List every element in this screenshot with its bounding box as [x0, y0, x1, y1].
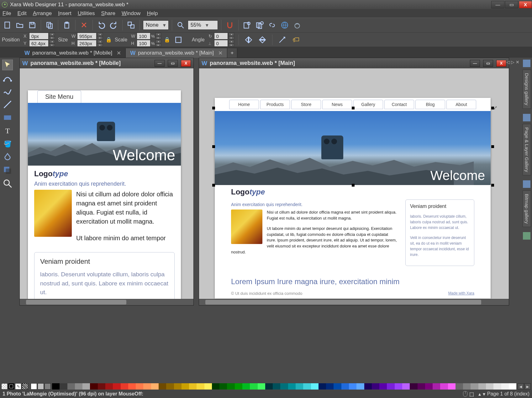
lock-scale-button[interactable]: 🔒 — [164, 34, 170, 46]
palette-swatch[interactable] — [121, 383, 128, 390]
palette-swatch[interactable] — [448, 383, 456, 390]
live-drag-icon[interactable]: ⬚ — [469, 391, 474, 397]
palette-swatch[interactable] — [82, 383, 90, 390]
skew-field[interactable]: 0 — [214, 40, 228, 47]
canvas-main[interactable]: Home Products Store News Gallery Contact… — [199, 68, 509, 299]
lock-aspect-button[interactable]: 🔒 — [106, 34, 112, 46]
delete-button[interactable]: ✕ — [79, 20, 89, 30]
freehand-tool[interactable] — [2, 86, 13, 97]
palette-swatch[interactable] — [501, 383, 509, 390]
canvas-mobile[interactable]: Site Menu Welcome Logotype Anim exercita… — [20, 68, 193, 299]
selection-handle[interactable] — [352, 107, 355, 109]
angle-field[interactable]: 0 — [214, 33, 228, 40]
hatch-swatch[interactable] — [22, 383, 28, 390]
doc-close-button[interactable]: X — [496, 60, 506, 67]
theme-swatch[interactable] — [31, 383, 37, 390]
close-tab-icon[interactable]: ✕ — [117, 50, 121, 56]
palette-swatch[interactable] — [296, 383, 303, 390]
preview-page-button[interactable] — [242, 20, 252, 30]
paste-button[interactable] — [61, 20, 72, 30]
palette-swatch[interactable] — [113, 383, 120, 390]
nav-news[interactable]: News — [322, 100, 352, 109]
link-button[interactable] — [267, 20, 277, 30]
group-button[interactable] — [126, 20, 136, 30]
hscrollbar-mobile[interactable] — [20, 299, 193, 305]
doc-minimize-button[interactable]: — — [155, 60, 165, 67]
scale-w-spinner[interactable]: ◂▸ — [155, 33, 161, 40]
doc-minimize-button[interactable]: — — [470, 60, 480, 67]
transparency-tool[interactable] — [2, 152, 13, 162]
close-tab-icon[interactable]: ✕ — [218, 50, 223, 56]
menu-insert[interactable]: Insert — [58, 10, 71, 17]
palette-swatch[interactable] — [166, 383, 174, 390]
copy-button[interactable] — [44, 20, 55, 30]
palette-swatch[interactable] — [182, 383, 189, 390]
window-close-button[interactable]: X — [519, 1, 532, 8]
line-tool[interactable] — [2, 99, 13, 110]
hscrollbar-main[interactable] — [199, 299, 509, 305]
palette-swatch[interactable] — [143, 383, 151, 390]
menu-window[interactable]: Window — [122, 10, 140, 17]
save-button[interactable] — [27, 20, 38, 30]
palette-swatch[interactable] — [242, 383, 250, 390]
position-x-spinner[interactable]: ◂▸ — [49, 33, 55, 40]
selector-tool[interactable] — [2, 60, 13, 70]
fill-mode-combo[interactable]: None▾ — [143, 20, 169, 30]
palette-swatch[interactable] — [303, 383, 311, 390]
shadow-tool[interactable] — [2, 165, 13, 176]
preview-site-button[interactable] — [254, 20, 265, 30]
palette-swatch[interactable] — [60, 383, 67, 390]
line-color-swatch[interactable] — [8, 383, 14, 390]
flip-horizontal-button[interactable] — [243, 34, 254, 45]
palette-swatch[interactable] — [456, 383, 463, 390]
no-color-swatch[interactable] — [1, 383, 8, 390]
palette-scroll-left[interactable]: ◂ — [518, 383, 524, 390]
menu-file[interactable]: File — [3, 10, 11, 17]
page-navigator[interactable]: ▴ ▾ Page 1 of 8 (index) — [478, 391, 529, 397]
palette-swatch[interactable] — [98, 383, 105, 390]
new-button[interactable] — [2, 20, 13, 30]
palette-swatch[interactable] — [349, 383, 356, 390]
vscrollbar-strip[interactable] — [516, 66, 521, 383]
selection-handle[interactable] — [212, 145, 215, 148]
scale-w-field[interactable]: 100 — [137, 33, 150, 40]
menu-share[interactable]: Share — [101, 10, 115, 17]
palette-swatch[interactable] — [227, 383, 234, 390]
page-down-icon[interactable]: ▾ — [483, 391, 485, 397]
open-button[interactable] — [14, 20, 25, 30]
palette-swatch[interactable] — [52, 383, 60, 390]
scale-mode-button[interactable] — [173, 34, 184, 45]
made-with-link[interactable]: Made with Xara — [448, 291, 474, 296]
rectangle-tool[interactable] — [2, 112, 13, 123]
tab-nav-arrows[interactable]: ◁ ▷ ✕ — [506, 58, 519, 66]
nav-store[interactable]: Store — [291, 100, 321, 109]
size-h-spinner[interactable]: ◂▸ — [97, 40, 103, 47]
palette-swatch[interactable] — [273, 383, 280, 390]
palette-swatch[interactable] — [364, 383, 372, 390]
palette-swatch[interactable] — [151, 383, 159, 390]
theme-swatch[interactable] — [45, 383, 51, 390]
palette-swatch[interactable] — [235, 383, 242, 390]
palette-swatch[interactable] — [197, 383, 204, 390]
palette-swatch[interactable] — [463, 383, 471, 390]
edit-color-button[interactable]: ✎ — [15, 383, 21, 390]
palette-swatch[interactable] — [311, 383, 319, 390]
size-h-field[interactable]: 263px — [77, 40, 97, 47]
palette-swatch[interactable] — [90, 383, 97, 390]
zoom-tool-button[interactable] — [175, 20, 186, 30]
palette-swatch[interactable] — [189, 383, 197, 390]
palette-swatch[interactable] — [105, 383, 113, 390]
zoom-combo[interactable]: 55%▾ — [188, 20, 218, 30]
palette-swatch[interactable] — [265, 383, 273, 390]
palette-swatch[interactable] — [410, 383, 417, 390]
palette-swatch[interactable] — [212, 383, 219, 390]
palette-scroll-right[interactable]: ▸ — [524, 383, 531, 390]
palette-swatch[interactable] — [258, 383, 265, 390]
palette-swatch[interactable] — [280, 383, 288, 390]
palette-swatch[interactable] — [319, 383, 326, 390]
export-web-button[interactable] — [279, 20, 290, 30]
palette-swatch[interactable] — [509, 383, 516, 390]
nav-blog[interactable]: Blog — [415, 100, 445, 109]
palette-swatch[interactable] — [67, 383, 75, 390]
palette-swatch[interactable] — [471, 383, 478, 390]
